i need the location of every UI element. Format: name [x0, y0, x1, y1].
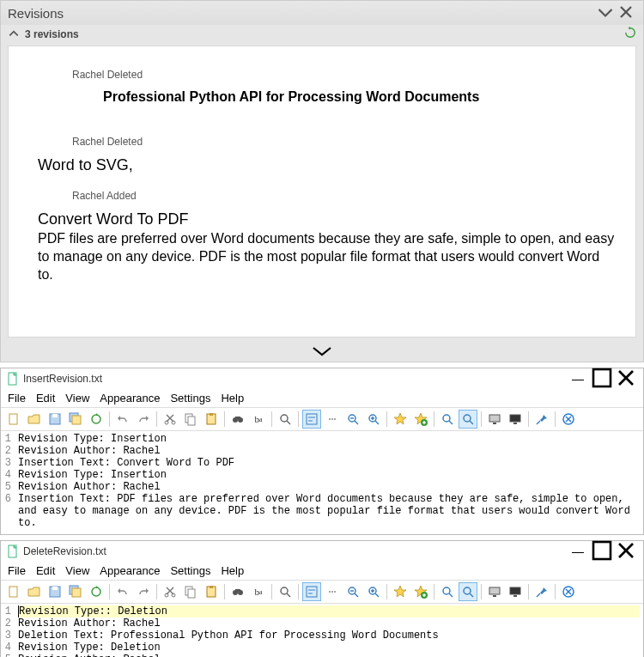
revisions-expand-button[interactable]	[1, 343, 643, 362]
reload-icon[interactable]	[87, 582, 106, 601]
star-add-icon[interactable]	[411, 582, 430, 601]
search-next-icon[interactable]	[459, 582, 477, 601]
menu-view[interactable]: View	[65, 392, 89, 405]
save-icon[interactable]	[46, 410, 64, 429]
close-button[interactable]	[614, 366, 638, 392]
wrap-toggle-icon[interactable]	[302, 582, 321, 601]
svg-line-36	[355, 421, 358, 424]
svg-point-102	[443, 587, 450, 594]
close-icon[interactable]	[616, 2, 636, 25]
star-icon[interactable]	[391, 410, 410, 429]
menu-edit[interactable]: Edit	[36, 564, 55, 577]
line-gutter: 123456	[1, 431, 13, 534]
editor-text[interactable]: Revision Type:: Deletion Revision Author…	[13, 604, 643, 657]
star-add-icon[interactable]	[411, 410, 430, 429]
toolbar-separator	[555, 411, 556, 427]
new-file-icon[interactable]	[4, 582, 23, 601]
chevron-up-icon[interactable]	[8, 27, 20, 41]
minimize-button[interactable]: —	[566, 372, 590, 386]
pin-icon[interactable]	[532, 410, 551, 429]
monitor1-icon[interactable]	[485, 410, 504, 429]
svg-point-89	[334, 591, 336, 593]
collapse-icon[interactable]	[595, 2, 616, 25]
paste-icon[interactable]	[202, 582, 221, 601]
wrap-toggle-icon[interactable]	[302, 410, 321, 429]
toolbar-separator	[528, 584, 529, 599]
svg-line-40	[375, 421, 379, 424]
copy-icon[interactable]	[181, 582, 200, 601]
menu-help[interactable]: Help	[221, 392, 244, 405]
undo-icon[interactable]	[113, 410, 132, 429]
replace-icon[interactable]: ba	[249, 410, 268, 429]
redo-icon[interactable]	[134, 582, 153, 601]
save-icon[interactable]	[46, 582, 64, 601]
svg-point-26	[281, 415, 288, 422]
zoom-icon[interactable]	[276, 410, 295, 429]
undo-icon[interactable]	[113, 582, 132, 601]
menu-view[interactable]: View	[65, 564, 89, 577]
monitor1-icon[interactable]	[485, 582, 504, 601]
zoom-icon[interactable]	[276, 582, 295, 601]
redo-icon[interactable]	[134, 410, 153, 429]
close-button[interactable]	[614, 538, 638, 565]
svg-marker-70	[146, 588, 149, 593]
replace-icon[interactable]: ba	[249, 582, 268, 601]
editor-body[interactable]: 123456 Revision Type: Insertion Revision…	[1, 431, 643, 534]
star-icon[interactable]	[391, 582, 410, 601]
svg-marker-69	[118, 588, 120, 593]
zoom-out-icon[interactable]	[343, 410, 362, 429]
copy-icon[interactable]	[181, 410, 200, 429]
svg-rect-51	[493, 423, 496, 424]
pin-icon[interactable]	[532, 582, 551, 601]
svg-point-11	[92, 415, 100, 423]
search-next-icon[interactable]	[459, 410, 477, 429]
maximize-button[interactable]	[590, 366, 614, 392]
menu-appearance[interactable]: Appearance	[100, 564, 160, 577]
monitor2-icon[interactable]	[506, 582, 525, 601]
cut-icon[interactable]	[161, 582, 179, 601]
svg-line-54	[537, 421, 540, 424]
menu-appearance[interactable]: Appearance	[100, 392, 160, 405]
cancel-circle-icon[interactable]	[559, 410, 578, 429]
whitespace-icon[interactable]	[323, 582, 342, 601]
new-file-icon[interactable]	[4, 410, 23, 429]
refresh-icon[interactable]	[624, 27, 636, 42]
editor-filename: DeleteRevision.txt	[23, 545, 566, 557]
menu-help[interactable]: Help	[221, 564, 244, 577]
toolbar-separator	[224, 584, 225, 599]
menu-settings[interactable]: Settings	[170, 392, 210, 405]
cut-icon[interactable]	[161, 410, 179, 429]
monitor2-icon[interactable]	[506, 410, 525, 429]
search-prev-icon[interactable]	[438, 582, 457, 601]
svg-point-82	[281, 587, 288, 594]
toolbar-separator	[271, 584, 272, 599]
svg-rect-107	[493, 595, 496, 597]
revision-heading: Convert Word To PDF	[38, 210, 615, 228]
zoom-out-icon[interactable]	[343, 582, 362, 601]
toolbar-separator	[528, 411, 529, 427]
zoom-in-icon[interactable]	[364, 582, 383, 601]
reload-icon[interactable]	[87, 410, 106, 429]
cancel-circle-icon[interactable]	[559, 582, 578, 601]
search-prev-icon[interactable]	[438, 410, 457, 429]
menu-file[interactable]: File	[8, 564, 26, 577]
minimize-button[interactable]: —	[566, 544, 590, 558]
editor-body[interactable]: 1234567 Revision Type:: Deletion Revisio…	[1, 604, 643, 657]
menu-file[interactable]: File	[8, 392, 26, 405]
editor-text[interactable]: Revision Type: Insertion Revision Author…	[13, 431, 643, 534]
paste-icon[interactable]	[202, 410, 221, 429]
save-all-icon[interactable]	[66, 410, 85, 429]
open-folder-icon[interactable]	[25, 582, 44, 601]
document-icon	[6, 372, 20, 386]
binoculars-icon[interactable]	[228, 410, 247, 429]
zoom-in-icon[interactable]	[364, 410, 383, 429]
code-line: Revision Author: Rachel	[18, 617, 640, 630]
save-all-icon[interactable]	[66, 582, 85, 601]
maximize-button[interactable]	[590, 538, 614, 565]
code-line: Revision Author: Rachel	[18, 654, 640, 657]
menu-edit[interactable]: Edit	[36, 392, 55, 405]
open-folder-icon[interactable]	[25, 410, 44, 429]
menu-settings[interactable]: Settings	[170, 564, 210, 577]
whitespace-icon[interactable]	[323, 410, 342, 429]
binoculars-icon[interactable]	[228, 582, 247, 601]
